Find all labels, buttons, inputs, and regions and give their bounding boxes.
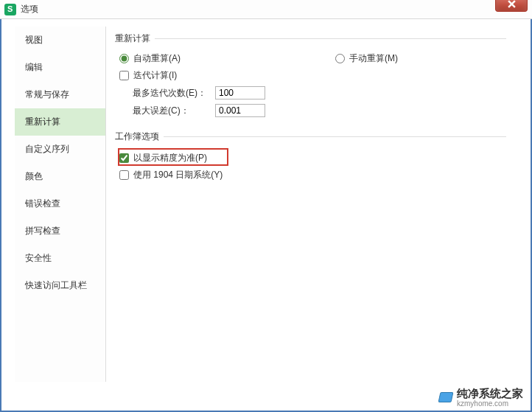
- close-icon: [508, 0, 516, 8]
- sidebar-item-label: 颜色: [25, 171, 43, 181]
- manual-recalc-radio[interactable]: [335, 54, 345, 63]
- iter-calc-option[interactable]: 迭代计算(I): [119, 69, 177, 82]
- sidebar-item-custom-lists[interactable]: 自定义序列: [15, 136, 105, 163]
- date1904-option[interactable]: 使用 1904 日期系统(Y): [119, 169, 223, 181]
- workbook-group: 工作簿选项 以显示精度为准(P) 使用 1904 日期系统(Y): [115, 130, 506, 189]
- workbook-legend: 工作簿选项: [115, 130, 164, 143]
- auto-recalc-label: 自动重算(A): [133, 52, 181, 65]
- sidebar-item-label: 安全性: [25, 253, 52, 263]
- sidebar-item-spell-check[interactable]: 拼写检查: [15, 217, 105, 245]
- sidebar-item-label: 重新计算: [25, 116, 60, 127]
- sidebar-item-label: 自定义序列: [25, 144, 69, 154]
- manual-recalc-option[interactable]: 手动重算(M): [335, 52, 398, 65]
- precision-label: 以显示精度为准(P): [133, 152, 207, 164]
- sidebar-item-error-check[interactable]: 错误检查: [15, 190, 105, 217]
- dialog-body: 视图 编辑 常规与保存 重新计算 自定义序列 颜色 错误检查 拼写检查 安全性 …: [15, 27, 518, 382]
- auto-recalc-radio[interactable]: [119, 54, 129, 63]
- sidebar-item-label: 拼写检查: [25, 226, 60, 236]
- recalc-group: 重新计算 自动重算(A) 手动重算(M) 迭代计算(I) 最多迭代次数(E)：: [115, 32, 506, 125]
- max-diff-input[interactable]: [215, 104, 265, 117]
- max-iter-input[interactable]: [215, 86, 265, 99]
- watermark-main: 纯净系统之家: [457, 387, 523, 399]
- sidebar-item-label: 快速访问工具栏: [25, 280, 87, 290]
- sidebar-item-recalculate[interactable]: 重新计算: [15, 108, 105, 136]
- sidebar-item-quick-access[interactable]: 快速访问工具栏: [15, 272, 105, 299]
- main-panel: 重新计算 自动重算(A) 手动重算(M) 迭代计算(I) 最多迭代次数(E)：: [106, 27, 518, 382]
- precision-checkbox[interactable]: [119, 153, 129, 163]
- watermark-sub: kzmyhome.com: [457, 400, 523, 408]
- titlebar: 选项: [0, 0, 532, 19]
- date1904-checkbox[interactable]: [119, 170, 129, 180]
- iter-calc-label: 迭代计算(I): [133, 69, 177, 82]
- sidebar-item-label: 错误检查: [25, 198, 60, 209]
- close-button[interactable]: [495, 0, 528, 12]
- sidebar-item-label: 编辑: [25, 62, 43, 72]
- sidebar-item-colors[interactable]: 颜色: [15, 163, 105, 190]
- sidebar-item-edit[interactable]: 编辑: [15, 54, 105, 81]
- sidebar-item-label: 常规与保存: [25, 89, 69, 99]
- iter-calc-checkbox[interactable]: [119, 71, 129, 80]
- sidebar-item-general-save[interactable]: 常规与保存: [15, 81, 105, 108]
- precision-option[interactable]: 以显示精度为准(P): [119, 152, 207, 164]
- sidebar-item-security[interactable]: 安全性: [15, 245, 105, 272]
- manual-recalc-label: 手动重算(M): [349, 52, 398, 65]
- max-diff-label: 最大误差(C)：: [133, 105, 215, 117]
- sidebar: 视图 编辑 常规与保存 重新计算 自定义序列 颜色 错误检查 拼写检查 安全性 …: [15, 27, 106, 382]
- recalc-legend: 重新计算: [115, 32, 155, 45]
- max-iter-label: 最多迭代次数(E)：: [133, 87, 215, 99]
- app-icon: [4, 4, 16, 15]
- watermark-icon: [438, 392, 454, 402]
- watermark: 纯净系统之家 kzmyhome.com: [439, 387, 523, 408]
- auto-recalc-option[interactable]: 自动重算(A): [119, 52, 181, 65]
- date1904-label: 使用 1904 日期系统(Y): [133, 169, 223, 181]
- window-title: 选项: [21, 3, 38, 15]
- sidebar-item-label: 视图: [25, 35, 43, 45]
- sidebar-item-view[interactable]: 视图: [15, 27, 105, 54]
